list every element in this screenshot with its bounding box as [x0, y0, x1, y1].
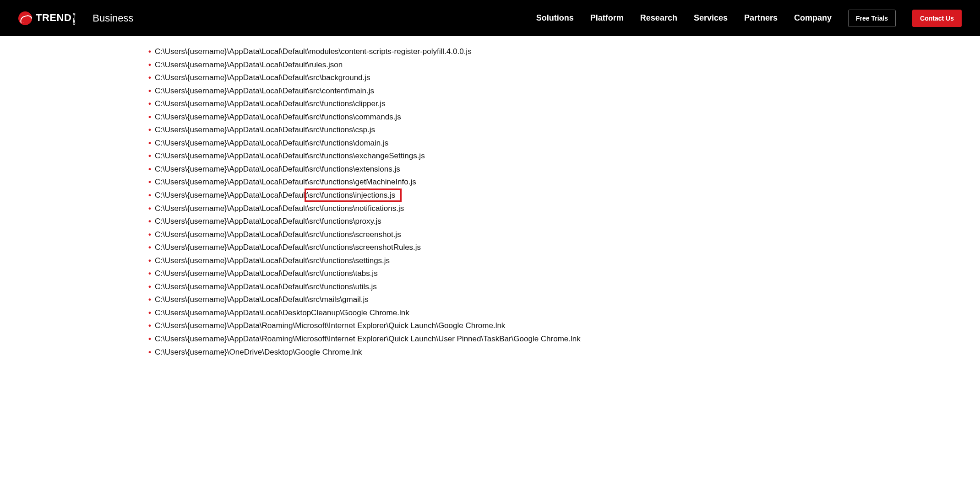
file-path: C:\Users\{username}\AppData\Local\Defaul…: [155, 99, 386, 108]
logo-micro: MICRO: [72, 13, 76, 24]
file-path: C:\Users\{username}\AppData\Local\Defaul…: [155, 113, 401, 121]
file-path: C:\Users\{username}\AppData\Roaming\Micr…: [155, 321, 505, 330]
file-path: C:\Users\{username}\AppData\Local\Deskto…: [155, 308, 409, 317]
file-path: C:\Users\{username}\AppData\Local\Defaul…: [155, 73, 370, 82]
logo-brand: TREND: [36, 12, 71, 24]
brand-group: TREND MICRO Business: [18, 11, 134, 25]
list-item: C:\Users\{username}\AppData\Local\Defaul…: [151, 111, 595, 124]
file-path: C:\Users\{username}\AppData\Local\Defaul…: [155, 295, 369, 304]
list-item: C:\Users\{username}\AppData\Roaming\Micr…: [151, 333, 595, 346]
list-item: C:\Users\{username}\AppData\Local\Defaul…: [151, 293, 595, 307]
list-item: C:\Users\{username}\AppData\Local\Defaul…: [151, 163, 595, 176]
nav-partners[interactable]: Partners: [744, 13, 778, 23]
list-item: C:\Users\{username}\AppData\Local\Defaul…: [151, 241, 595, 254]
free-trials-button[interactable]: Free Trials: [848, 10, 896, 27]
brand-divider: [84, 11, 84, 25]
file-path: C:\Users\{username}\AppData\Local\Defaul…: [155, 151, 425, 160]
nav-research[interactable]: Research: [640, 13, 677, 23]
file-paths-section: C:\Users\{username}\AppData\Local\Defaul…: [0, 36, 595, 377]
file-path: C:\Users\{username}\AppData\Local\Defaul…: [155, 165, 400, 173]
list-item: C:\Users\{username}\AppData\Roaming\Micr…: [151, 319, 595, 333]
file-path: C:\Users\{username}\AppData\Local\Defaul…: [155, 243, 421, 252]
list-item: C:\Users\{username}\AppData\Local\Defaul…: [151, 124, 595, 137]
list-item: C:\Users\{username}\AppData\Local\Defaul…: [151, 176, 595, 189]
list-item: C:\Users\{username}\AppData\Local\Defaul…: [151, 150, 595, 163]
file-path: C:\Users\{username}\AppData\Local\Defaul…: [155, 47, 472, 56]
file-path: C:\Users\{username}\AppData\Local\Defaul…: [155, 191, 395, 199]
list-item: C:\Users\{username}\AppData\Local\Defaul…: [151, 280, 595, 294]
file-path: C:\Users\{username}\AppData\Local\Defaul…: [155, 204, 404, 213]
logo-icon: [18, 11, 32, 25]
file-path: C:\Users\{username}\AppData\Local\Defaul…: [155, 125, 375, 134]
file-list: C:\Users\{username}\AppData\Local\Defaul…: [151, 45, 595, 359]
file-path: C:\Users\{username}\AppData\Local\Defaul…: [155, 139, 388, 147]
list-item: C:\Users\{username}\AppData\Local\Defaul…: [151, 71, 595, 85]
nav-platform[interactable]: Platform: [590, 13, 624, 23]
file-path: C:\Users\{username}\AppData\Local\Defaul…: [155, 230, 401, 239]
file-path: C:\Users\{username}\AppData\Local\Defaul…: [155, 282, 377, 291]
list-item: C:\Users\{username}\AppData\Local\Defaul…: [151, 45, 595, 59]
list-item: C:\Users\{username}\AppData\Local\Defaul…: [151, 202, 595, 216]
file-path: C:\Users\{username}\AppData\Local\Defaul…: [155, 269, 378, 278]
list-item: C:\Users\{username}\AppData\Local\Defaul…: [151, 228, 595, 242]
logo-text: TREND MICRO: [36, 12, 76, 24]
business-label[interactable]: Business: [93, 12, 133, 24]
list-item: C:\Users\{username}\AppData\Local\Defaul…: [151, 189, 595, 202]
nav-solutions[interactable]: Solutions: [536, 13, 574, 23]
list-item: C:\Users\{username}\AppData\Local\Defaul…: [151, 215, 595, 228]
list-item: C:\Users\{username}\AppData\Local\Defaul…: [151, 254, 595, 268]
list-item: C:\Users\{username}\AppData\Local\Defaul…: [151, 97, 595, 111]
file-path: C:\Users\{username}\AppData\Local\Defaul…: [155, 217, 381, 226]
nav-group: Solutions Platform Research Services Par…: [536, 10, 962, 27]
site-header: TREND MICRO Business Solutions Platform …: [0, 0, 980, 36]
file-path: C:\Users\{username}\AppData\Local\Defaul…: [155, 86, 374, 95]
list-item: C:\Users\{username}\AppData\Local\Defaul…: [151, 137, 595, 150]
file-path: C:\Users\{username}\AppData\Roaming\Micr…: [155, 334, 581, 343]
file-path: C:\Users\{username}\AppData\Local\Defaul…: [155, 178, 416, 186]
list-item: C:\Users\{username}\AppData\Local\Defaul…: [151, 267, 595, 280]
list-item: C:\Users\{username}\OneDrive\Desktop\Goo…: [151, 346, 595, 359]
file-path: C:\Users\{username}\AppData\Local\Defaul…: [155, 60, 343, 69]
contact-us-button[interactable]: Contact Us: [912, 10, 962, 27]
file-path: C:\Users\{username}\OneDrive\Desktop\Goo…: [155, 348, 362, 356]
nav-services[interactable]: Services: [694, 13, 728, 23]
file-path: C:\Users\{username}\AppData\Local\Defaul…: [155, 256, 390, 265]
list-item: C:\Users\{username}\AppData\Local\Defaul…: [151, 59, 595, 72]
list-item: C:\Users\{username}\AppData\Local\Deskto…: [151, 307, 595, 320]
logo[interactable]: TREND MICRO: [18, 11, 76, 25]
list-item: C:\Users\{username}\AppData\Local\Defaul…: [151, 85, 595, 98]
nav-company[interactable]: Company: [794, 13, 832, 23]
